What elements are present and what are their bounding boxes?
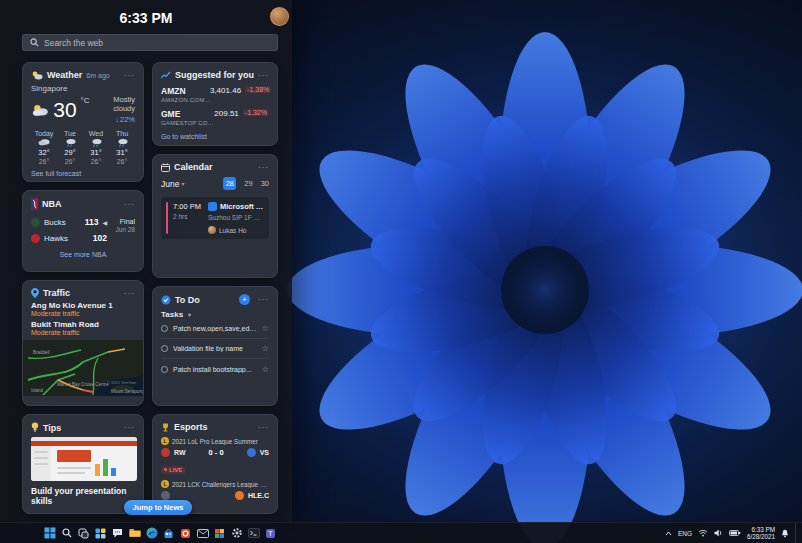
task-complete-circle[interactable]: [161, 366, 168, 373]
task-item[interactable]: Patch install bootstrapp... ☆: [161, 359, 269, 379]
more-options-icon[interactable]: ···: [258, 163, 269, 172]
calendar-month[interactable]: June: [161, 179, 179, 189]
stock-price: 209.51: [214, 109, 238, 118]
calendar-day-selected[interactable]: 28: [223, 177, 236, 190]
show-desktop-button[interactable]: [795, 523, 799, 543]
more-options-icon[interactable]: ···: [124, 289, 135, 298]
esports-match[interactable]: L 2021 LoL Pro League Summer RW 0 - 0 VS…: [161, 437, 269, 475]
more-options-icon[interactable]: ···: [124, 71, 135, 80]
photos-icon: [214, 528, 225, 539]
more-options-icon[interactable]: ···: [258, 423, 269, 432]
star-icon[interactable]: ☆: [262, 344, 269, 353]
notification-center-button[interactable]: [781, 529, 789, 538]
forecast-hi: 31°: [116, 148, 127, 157]
calendar-event[interactable]: 7:00 PM 2 hrs Microsoft Suzhou Toa... Su…: [161, 197, 269, 239]
forecast-day-name: Wed: [89, 130, 103, 137]
taskbar: T ENG 6:33 PM 6/28/2021: [0, 522, 802, 543]
forecast-lo: 26°: [117, 158, 128, 165]
system-tray: ENG 6:33 PM 6/28/2021: [665, 523, 799, 543]
stock-row[interactable]: AMZN AMAZON.COM... 3,401.46 -1.38%: [161, 86, 269, 103]
todo-widget[interactable]: To Do + ··· Tasks ▾ Patch new,open,save,…: [152, 286, 278, 406]
task-complete-circle[interactable]: [161, 345, 168, 352]
task-complete-circle[interactable]: [161, 325, 168, 332]
teams-button[interactable]: T: [263, 526, 278, 541]
widgets-column-left: Weather 6m ago ··· Singapore 30 °C Mostl…: [22, 62, 144, 514]
gear-icon: [231, 527, 243, 539]
task-text: Patch install bootstrapp...: [173, 366, 252, 373]
tips-widget[interactable]: Tips ··· Build your presentation skills: [22, 414, 144, 514]
nba-widget[interactable]: NBA ··· Bucks 113 ◀ Hawks 102: [22, 190, 144, 272]
folder-icon: [129, 528, 141, 538]
more-options-icon[interactable]: ···: [124, 423, 135, 432]
task-item[interactable]: Patch new,open,save,edit... ☆: [161, 319, 269, 339]
mail-button[interactable]: [195, 526, 210, 541]
star-icon[interactable]: ☆: [262, 324, 269, 333]
edge-button[interactable]: [144, 526, 159, 541]
calendar-widget[interactable]: Calendar ··· June ▾ 28 29 30 7:00 PM 2 h…: [152, 154, 278, 278]
battery-indicator[interactable]: [729, 529, 741, 537]
stock-price: 3,401.46: [210, 86, 241, 95]
search-bar[interactable]: Search the web: [22, 34, 278, 51]
volume-indicator[interactable]: [714, 529, 723, 537]
chat-button[interactable]: [110, 526, 125, 541]
taskbar-search-button[interactable]: [59, 526, 74, 541]
user-avatar[interactable]: [270, 7, 289, 26]
game-status: Final: [107, 218, 135, 225]
calendar-title: Calendar: [174, 162, 213, 172]
calendar-day[interactable]: 30: [261, 179, 269, 188]
road-name: Bukit Timah Road: [31, 320, 135, 329]
road-name: Ang Mo Kio Avenue 1: [31, 301, 135, 310]
go-to-watchlist-link[interactable]: Go to watchlist: [161, 133, 269, 140]
task-item[interactable]: Validation file by name ☆: [161, 339, 269, 359]
clock-date[interactable]: 6:33 PM 6/28/2021: [747, 526, 775, 541]
edge-icon: [146, 527, 158, 539]
calendar-day[interactable]: 29: [244, 179, 252, 188]
store-button[interactable]: [161, 526, 176, 541]
league-name: 2021 LCK Challengers League Summer: [172, 481, 269, 488]
weather-precip: 22%: [120, 115, 135, 124]
star-icon[interactable]: ☆: [262, 365, 269, 374]
settings-button[interactable]: [229, 526, 244, 541]
task-list-selector[interactable]: Tasks ▾: [161, 310, 269, 319]
see-full-forecast-link[interactable]: See full forecast: [31, 170, 135, 177]
language-indicator[interactable]: ENG: [678, 530, 692, 537]
stock-company: AMAZON.COM...: [161, 97, 210, 103]
tips-title: Tips: [43, 423, 61, 433]
rain-cloud-icon: [90, 138, 102, 147]
traffic-map[interactable]: Braddell Marina Bay Cruise Centre Island…: [23, 340, 144, 396]
add-task-button[interactable]: +: [239, 294, 250, 305]
file-explorer-button[interactable]: [127, 526, 142, 541]
stock-row[interactable]: GME GAMESTOP CO... 209.51 -1.32%: [161, 109, 269, 126]
widgets-button[interactable]: [93, 526, 108, 541]
wifi-indicator[interactable]: [698, 529, 708, 537]
start-button[interactable]: [42, 526, 57, 541]
volume-icon: [714, 529, 723, 537]
task-text: Validation file by name: [173, 345, 243, 352]
hidden-icons-chevron[interactable]: [665, 531, 672, 536]
chevron-down-icon: ▾: [181, 180, 184, 187]
forecast-hi: 31°: [90, 148, 101, 157]
stocks-widget[interactable]: Suggested for you ··· AMZN AMAZON.COM...…: [152, 62, 278, 146]
teams-icon: T: [265, 528, 276, 539]
team-name: RW: [174, 449, 186, 456]
live-dot-icon: [164, 468, 167, 471]
terminal-button[interactable]: [246, 526, 261, 541]
task-view-button[interactable]: [76, 526, 91, 541]
esports-widget[interactable]: Esports ··· L 2021 LoL Pro League Summer…: [152, 414, 278, 514]
terminal-icon: [248, 528, 260, 538]
more-options-icon[interactable]: ···: [258, 71, 269, 80]
tips-thumbnail[interactable]: [31, 437, 137, 481]
forecast-hi: 29°: [64, 148, 75, 157]
photos-button[interactable]: [212, 526, 227, 541]
weather-widget[interactable]: Weather 6m ago ··· Singapore 30 °C Mostl…: [22, 62, 144, 182]
traffic-widget[interactable]: Traffic ··· Ang Mo Kio Avenue 1 Moderate…: [22, 280, 144, 406]
more-options-icon[interactable]: ···: [124, 200, 135, 209]
see-more-nba-link[interactable]: See more NBA: [31, 251, 135, 258]
more-options-icon[interactable]: ···: [258, 295, 269, 304]
team-row: Hawks 102: [31, 230, 107, 246]
chevron-down-icon: ▾: [188, 311, 191, 318]
office-button[interactable]: [178, 526, 193, 541]
jump-to-news-button[interactable]: Jump to News: [124, 500, 192, 515]
attendee-avatar: [208, 226, 216, 234]
cloud-icon: [38, 138, 50, 147]
